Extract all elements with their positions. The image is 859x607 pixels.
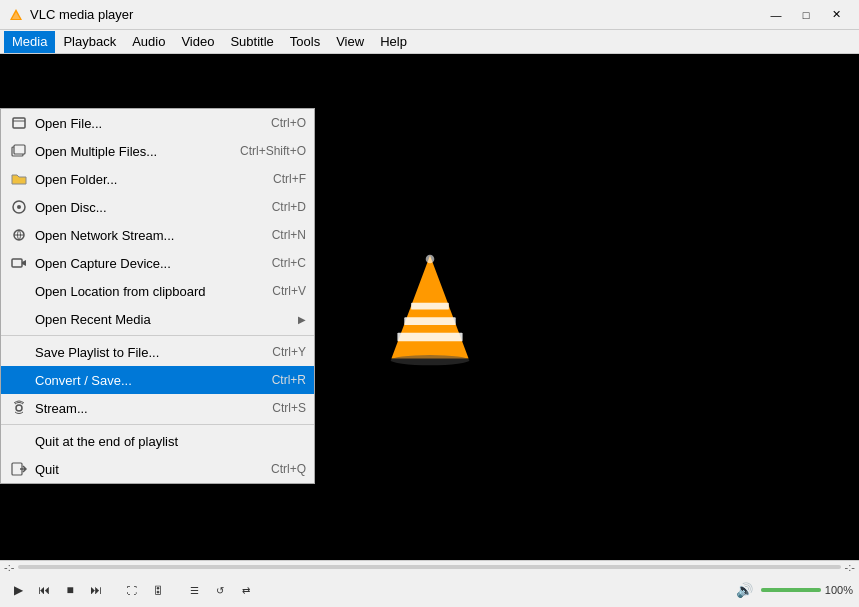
open-recent-icon (9, 309, 29, 329)
open-capture-icon (9, 253, 29, 273)
quit-end-label: Quit at the end of playlist (35, 434, 306, 449)
quit-label: Quit (35, 462, 263, 477)
open-folder-icon (9, 169, 29, 189)
volume-label: 100% (825, 584, 853, 596)
volume-fill (761, 588, 821, 592)
stream-label: Stream... (35, 401, 264, 416)
media-dropdown: Open File... Ctrl+O Open Multiple Files.… (0, 108, 315, 484)
open-file-label: Open File... (35, 116, 263, 131)
stop-button[interactable]: ■ (58, 578, 82, 602)
menu-media[interactable]: Media (4, 31, 55, 53)
menu-tools[interactable]: Tools (282, 31, 328, 53)
open-location-label: Open Location from clipboard (35, 284, 264, 299)
svg-rect-5 (404, 317, 455, 325)
save-playlist-icon (9, 342, 29, 362)
bottom-bar: -:- -:- ▶ ⏮ ■ ⏭ ⛶ 🎛 ☰ ↺ ⇄ 🔊 100% (0, 560, 859, 607)
menu-convert-save[interactable]: Convert / Save... Ctrl+R (1, 366, 314, 394)
title-bar: VLC media player — □ ✕ (0, 0, 859, 30)
quit-end-icon (9, 431, 29, 451)
menu-view[interactable]: View (328, 31, 372, 53)
title-controls: — □ ✕ (761, 5, 851, 25)
menu-help[interactable]: Help (372, 31, 415, 53)
progress-bar-container[interactable]: -:- -:- (0, 561, 859, 573)
open-multiple-shortcut: Ctrl+Shift+O (240, 144, 306, 158)
open-multiple-label: Open Multiple Files... (35, 144, 232, 159)
volume-track[interactable] (761, 588, 821, 592)
fullscreen-button[interactable]: ⛶ (120, 578, 144, 602)
quit-icon (9, 459, 29, 479)
menu-open-file[interactable]: Open File... Ctrl+O (1, 109, 314, 137)
svg-point-16 (16, 405, 22, 411)
open-location-shortcut: Ctrl+V (272, 284, 306, 298)
menu-open-network[interactable]: Open Network Stream... Ctrl+N (1, 221, 314, 249)
open-capture-label: Open Capture Device... (35, 256, 264, 271)
prev-button[interactable]: ⏮ (32, 578, 56, 602)
svg-point-8 (425, 255, 434, 264)
open-folder-shortcut: Ctrl+F (273, 172, 306, 186)
divider-2 (1, 424, 314, 425)
divider-1 (1, 335, 314, 336)
open-multiple-icon (9, 141, 29, 161)
volume-area: 🔊 100% (733, 578, 853, 602)
open-network-label: Open Network Stream... (35, 228, 264, 243)
convert-save-label: Convert / Save... (35, 373, 264, 388)
vlc-title-icon (8, 7, 24, 23)
menu-quit[interactable]: Quit Ctrl+Q (1, 455, 314, 483)
quit-shortcut: Ctrl+Q (271, 462, 306, 476)
save-playlist-shortcut: Ctrl+Y (272, 345, 306, 359)
stream-icon (9, 398, 29, 418)
open-disc-shortcut: Ctrl+D (272, 200, 306, 214)
svg-rect-9 (13, 118, 25, 128)
title-left: VLC media player (8, 7, 133, 23)
menu-open-folder[interactable]: Open Folder... Ctrl+F (1, 165, 314, 193)
vlc-cone-logo (370, 247, 490, 367)
next-button[interactable]: ⏭ (84, 578, 108, 602)
menu-open-recent[interactable]: Open Recent Media ▶ (1, 305, 314, 333)
menu-bar: Media Playback Audio Video Subtitle Tool… (0, 30, 859, 54)
menu-subtitle[interactable]: Subtitle (222, 31, 281, 53)
play-button[interactable]: ▶ (6, 578, 30, 602)
open-capture-shortcut: Ctrl+C (272, 256, 306, 270)
open-disc-label: Open Disc... (35, 200, 264, 215)
convert-save-shortcut: Ctrl+R (272, 373, 306, 387)
svg-rect-4 (397, 333, 462, 342)
controls-row: ▶ ⏮ ■ ⏭ ⛶ 🎛 ☰ ↺ ⇄ 🔊 100% (0, 573, 859, 607)
loop-button[interactable]: ↺ (208, 578, 232, 602)
open-location-icon (9, 281, 29, 301)
menu-stream[interactable]: Stream... Ctrl+S (1, 394, 314, 422)
menu-video[interactable]: Video (173, 31, 222, 53)
svg-rect-15 (12, 259, 22, 267)
menu-open-multiple[interactable]: Open Multiple Files... Ctrl+Shift+O (1, 137, 314, 165)
maximize-button[interactable]: □ (791, 5, 821, 25)
svg-point-7 (390, 355, 469, 365)
random-button[interactable]: ⇄ (234, 578, 258, 602)
menu-open-capture[interactable]: Open Capture Device... Ctrl+C (1, 249, 314, 277)
progress-track[interactable] (18, 565, 840, 569)
save-playlist-label: Save Playlist to File... (35, 345, 264, 360)
convert-save-icon (9, 370, 29, 390)
menu-audio[interactable]: Audio (124, 31, 173, 53)
minimize-button[interactable]: — (761, 5, 791, 25)
open-network-icon (9, 225, 29, 245)
menu-quit-end[interactable]: Quit at the end of playlist (1, 427, 314, 455)
open-folder-label: Open Folder... (35, 172, 265, 187)
svg-rect-11 (14, 145, 25, 154)
stream-shortcut: Ctrl+S (272, 401, 306, 415)
open-network-shortcut: Ctrl+N (272, 228, 306, 242)
menu-open-location[interactable]: Open Location from clipboard Ctrl+V (1, 277, 314, 305)
volume-icon[interactable]: 🔊 (733, 578, 757, 602)
menu-playback[interactable]: Playback (55, 31, 124, 53)
extended-settings-button[interactable]: 🎛 (146, 578, 170, 602)
menu-open-disc[interactable]: Open Disc... Ctrl+D (1, 193, 314, 221)
open-recent-label: Open Recent Media (35, 312, 298, 327)
svg-rect-6 (411, 303, 449, 310)
close-button[interactable]: ✕ (821, 5, 851, 25)
main-area: Open File... Ctrl+O Open Multiple Files.… (0, 54, 859, 560)
time-right: -:- (841, 561, 855, 573)
open-file-icon (9, 113, 29, 133)
menu-save-playlist[interactable]: Save Playlist to File... Ctrl+Y (1, 338, 314, 366)
title-text: VLC media player (30, 7, 133, 22)
svg-point-13 (17, 205, 21, 209)
playlist-button[interactable]: ☰ (182, 578, 206, 602)
time-left: -:- (4, 561, 18, 573)
